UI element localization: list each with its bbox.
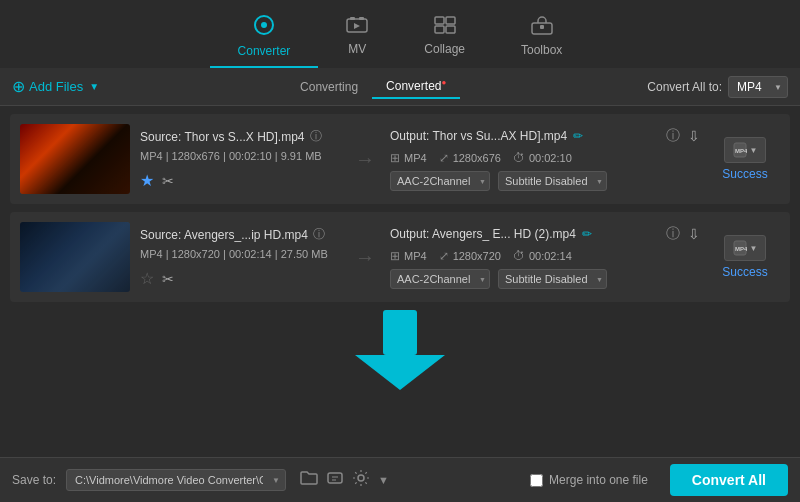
- nav-collage[interactable]: Collage: [396, 10, 493, 66]
- cut-icon-1[interactable]: ✂: [162, 173, 174, 189]
- output-format-info-2: ⊞ MP4 ⤢ 1280x720 ⏱ 00:02:14: [390, 249, 700, 263]
- subtitle-select-wrapper-2: Subtitle Disabled Subtitle Enabled: [498, 269, 607, 289]
- file-info-1: Source: Thor vs S...X HD].mp4 ⓘ MP4 | 12…: [140, 128, 340, 190]
- dur-badge-1: ⏱ 00:02:10: [513, 151, 572, 165]
- toolbar-tabs: Converting Converted●: [286, 74, 460, 99]
- svg-rect-17: [328, 473, 342, 483]
- nav-toolbox-label: Toolbox: [521, 43, 562, 57]
- svg-rect-6: [446, 17, 455, 24]
- star-icon-1[interactable]: ★: [140, 171, 154, 190]
- output-label-1: Output: Thor vs Su...AX HD].mp4: [390, 129, 567, 143]
- subtitle-select-2[interactable]: Subtitle Disabled Subtitle Enabled: [498, 269, 607, 289]
- output-dropdowns-1: AAC-2Channel AAC-6Channel MP3 Subtitle D…: [390, 171, 700, 191]
- merge-label: Merge into one file: [549, 473, 648, 487]
- success-text-1: Success: [722, 167, 767, 181]
- svg-rect-10: [540, 25, 544, 29]
- top-navigation: Converter MV Collage: [0, 0, 800, 68]
- output-dropdowns-2: AAC-2Channel AAC-6Channel MP3 Subtitle D…: [390, 269, 700, 289]
- file-source-2: Source: Avengers_...ip HD.mp4 ⓘ: [140, 226, 340, 243]
- thumbnail-1: [20, 124, 130, 194]
- source-info-icon-1[interactable]: ⓘ: [310, 128, 322, 145]
- action-icons-1: ⓘ ⇩: [666, 127, 700, 145]
- circle-info-1[interactable]: ⓘ: [666, 127, 680, 145]
- res-badge-2: ⤢ 1280x720: [439, 249, 501, 263]
- action-icons-2: ⓘ ⇩: [666, 225, 700, 243]
- tab-converting[interactable]: Converting: [286, 74, 372, 99]
- output-section-2: Output: Avengers_ E... HD (2).mp4 ✏ ⓘ ⇩ …: [390, 225, 700, 289]
- toolbox-icon: [531, 15, 553, 40]
- grid-icon-1: ⊞: [390, 151, 400, 165]
- star-icon-2[interactable]: ☆: [140, 269, 154, 288]
- edit-icon-1[interactable]: ✏: [573, 129, 583, 143]
- main-content: Source: Thor vs S...X HD].mp4 ⓘ MP4 | 12…: [0, 106, 800, 457]
- success-badge-1: MP4 ▼ Success: [710, 137, 780, 181]
- add-files-dropdown-arrow: ▼: [89, 81, 99, 92]
- file-actions-1: ★ ✂: [140, 171, 340, 190]
- output-label-2: Output: Avengers_ E... HD (2).mp4: [390, 227, 576, 241]
- svg-rect-5: [435, 17, 444, 24]
- mp4-dropdown-arrow-2: ▼: [750, 244, 758, 253]
- nav-toolbox[interactable]: Toolbox: [493, 9, 590, 67]
- file-source-1: Source: Thor vs S...X HD].mp4 ⓘ: [140, 128, 340, 145]
- grid-icon-2: ⊞: [390, 249, 400, 263]
- output-format-1: MP4: [404, 152, 427, 164]
- file-info-2: Source: Avengers_...ip HD.mp4 ⓘ MP4 | 12…: [140, 226, 340, 288]
- svg-rect-8: [446, 26, 455, 33]
- convert-all-button[interactable]: Convert All: [670, 464, 788, 496]
- format-select-wrapper: MP4 MKV AVI MOV: [728, 76, 788, 98]
- svg-rect-4: [359, 17, 364, 20]
- thumbnail-2: [20, 222, 130, 292]
- output-title-1: Output: Thor vs Su...AX HD].mp4 ✏ ⓘ ⇩: [390, 127, 700, 145]
- output-res-2: 1280x720: [453, 250, 501, 262]
- res-badge-1: ⤢ 1280x676: [439, 151, 501, 165]
- output-dur-2: 00:02:14: [529, 250, 572, 262]
- settings-dropdown-arrow[interactable]: ▼: [378, 474, 389, 486]
- tab-converted[interactable]: Converted●: [372, 74, 460, 99]
- convert-arrow[interactable]: [355, 310, 445, 394]
- svg-marker-16: [355, 355, 445, 390]
- nav-mv-label: MV: [348, 42, 366, 56]
- add-files-button[interactable]: ⊕ Add Files ▼: [12, 77, 99, 96]
- convert-all-to: Convert All to: MP4 MKV AVI MOV: [647, 76, 788, 98]
- convert-arrow-area: [10, 310, 790, 394]
- output-format-2: MP4: [404, 250, 427, 262]
- svg-text:MP4: MP4: [735, 148, 747, 154]
- audio-select-wrapper-2: AAC-2Channel AAC-6Channel MP3: [390, 269, 490, 289]
- file-meta-1: MP4 | 1280x676 | 00:02:10 | 9.91 MB: [140, 150, 340, 162]
- svg-rect-7: [435, 26, 444, 33]
- audio-select-2[interactable]: AAC-2Channel AAC-6Channel MP3: [390, 269, 490, 289]
- collage-icon: [434, 16, 456, 39]
- circle-info-2[interactable]: ⓘ: [666, 225, 680, 243]
- mv-icon: [346, 16, 368, 39]
- svg-point-1: [261, 22, 267, 28]
- cut-icon-2[interactable]: ✂: [162, 271, 174, 287]
- download-icon-1[interactable]: ⇩: [688, 128, 700, 144]
- output-section-1: Output: Thor vs Su...AX HD].mp4 ✏ ⓘ ⇩ ⊞ …: [390, 127, 700, 191]
- download-icon-2[interactable]: ⇩: [688, 226, 700, 242]
- mp4-icon-1: MP4 ▼: [724, 137, 767, 163]
- compress-icon[interactable]: [326, 469, 344, 491]
- mp4-dropdown-arrow-1: ▼: [750, 146, 758, 155]
- output-title-2: Output: Avengers_ E... HD (2).mp4 ✏ ⓘ ⇩: [390, 225, 700, 243]
- nav-mv[interactable]: MV: [318, 10, 396, 66]
- output-dur-1: 00:02:10: [529, 152, 572, 164]
- edit-icon-2[interactable]: ✏: [582, 227, 592, 241]
- converter-icon: [253, 14, 275, 41]
- arrow-2: →: [350, 246, 380, 269]
- audio-select-1[interactable]: AAC-2Channel AAC-6Channel MP3: [390, 171, 490, 191]
- audio-select-wrapper-1: AAC-2Channel AAC-6Channel MP3: [390, 171, 490, 191]
- save-path-wrapper: C:\Vidmore\Vidmore Video Converter\Conve…: [66, 469, 286, 491]
- source-info-icon-2[interactable]: ⓘ: [313, 226, 325, 243]
- merge-checkbox[interactable]: [530, 474, 543, 487]
- svg-rect-15: [383, 310, 417, 355]
- nav-converter[interactable]: Converter: [210, 8, 319, 68]
- save-path-select[interactable]: C:\Vidmore\Vidmore Video Converter\Conve…: [66, 469, 286, 491]
- toolbar: ⊕ Add Files ▼ Converting Converted● Conv…: [0, 68, 800, 106]
- success-text-2: Success: [722, 265, 767, 279]
- format-badge-1: ⊞ MP4: [390, 151, 427, 165]
- output-format-info-1: ⊞ MP4 ⤢ 1280x676 ⏱ 00:02:10: [390, 151, 700, 165]
- folder-icon[interactable]: [300, 470, 318, 490]
- settings-icon[interactable]: [352, 469, 370, 491]
- subtitle-select-1[interactable]: Subtitle Disabled Subtitle Enabled: [498, 171, 607, 191]
- format-select[interactable]: MP4 MKV AVI MOV: [728, 76, 788, 98]
